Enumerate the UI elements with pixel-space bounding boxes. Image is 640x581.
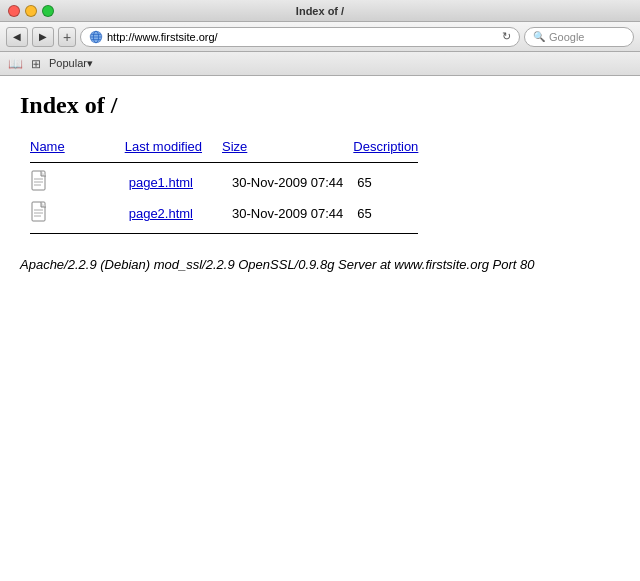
column-header-name[interactable]: Name xyxy=(30,139,125,158)
toolbar: ◀ ▶ + http://www.firstsite.org/ ↻ 🔍 Goog… xyxy=(0,22,640,52)
back-button[interactable]: ◀ xyxy=(6,27,28,47)
table-row: page1.html30-Nov-2009 07:4465 xyxy=(30,167,418,198)
file-table: Name Last modified Size Description page… xyxy=(30,139,418,238)
column-header-size[interactable]: Size xyxy=(222,139,353,158)
page-title: Index of / xyxy=(20,92,620,119)
search-icon: 🔍 xyxy=(533,31,545,42)
bookmarks-bar: 📖 ⊞ Popular▾ xyxy=(0,52,640,76)
grid-icon[interactable]: ⊞ xyxy=(31,57,41,71)
add-tab-button[interactable]: + xyxy=(58,27,76,47)
file-size: 65 xyxy=(353,167,418,198)
bookmarks-icon: 📖 xyxy=(8,57,23,71)
address-bar[interactable]: http://www.firstsite.org/ ↻ xyxy=(80,27,520,47)
globe-icon xyxy=(89,30,103,44)
file-modified: 30-Nov-2009 07:44 xyxy=(222,167,353,198)
column-header-description[interactable]: Description xyxy=(353,139,418,158)
file-link[interactable]: page1.html xyxy=(129,175,193,190)
search-bar[interactable]: 🔍 Google xyxy=(524,27,634,47)
close-button[interactable] xyxy=(8,5,20,17)
file-modified: 30-Nov-2009 07:44 xyxy=(222,198,353,229)
maximize-button[interactable] xyxy=(42,5,54,17)
column-header-last-modified[interactable]: Last modified xyxy=(125,139,222,158)
table-row: page2.html30-Nov-2009 07:4465 xyxy=(30,198,418,229)
file-icon xyxy=(30,170,50,192)
address-text: http://www.firstsite.org/ xyxy=(107,31,498,43)
search-placeholder: Google xyxy=(549,31,584,43)
minimize-button[interactable] xyxy=(25,5,37,17)
popular-button[interactable]: Popular▾ xyxy=(49,57,93,70)
file-link[interactable]: page2.html xyxy=(129,206,193,221)
forward-button[interactable]: ▶ xyxy=(32,27,54,47)
file-size: 65 xyxy=(353,198,418,229)
back-icon: ◀ xyxy=(13,31,21,42)
server-footer: Apache/2.2.9 (Debian) mod_ssl/2.2.9 Open… xyxy=(20,256,620,274)
title-bar: Index of / xyxy=(0,0,640,22)
plus-icon: + xyxy=(63,29,71,45)
window-controls xyxy=(8,5,54,17)
window-title: Index of / xyxy=(296,5,344,17)
file-icon xyxy=(30,201,50,223)
content-area: Index of / Name Last modified Size Descr… xyxy=(0,76,640,290)
refresh-button[interactable]: ↻ xyxy=(502,30,511,43)
forward-icon: ▶ xyxy=(39,31,47,42)
